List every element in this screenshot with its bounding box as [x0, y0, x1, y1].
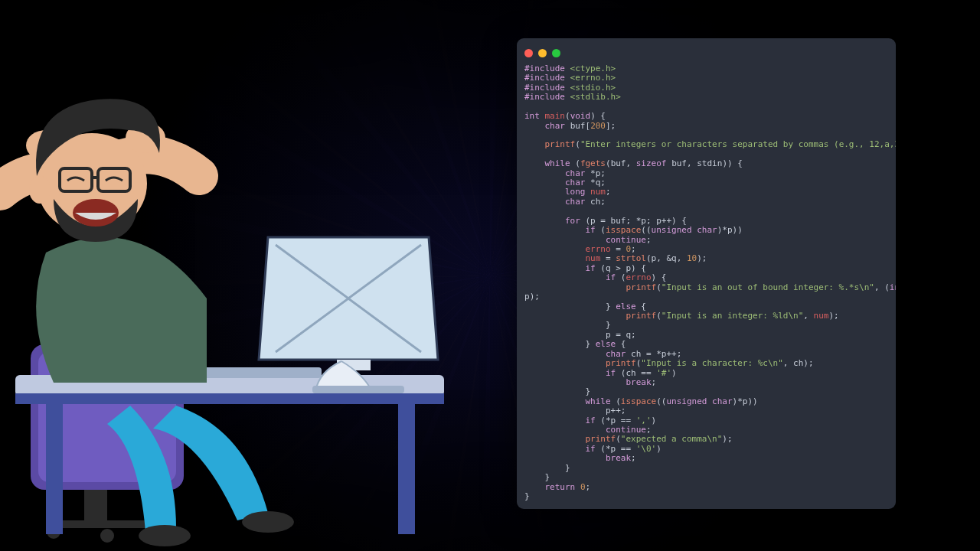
window-titlebar [517, 44, 896, 61]
programmer-illustration [0, 92, 490, 551]
code-editor: #include <ctype.h> #include <errno.h> #i… [517, 61, 896, 509]
svg-point-19 [29, 176, 51, 204]
svg-rect-8 [46, 404, 63, 534]
zoom-icon[interactable] [552, 49, 560, 57]
svg-rect-13 [312, 386, 404, 393]
svg-point-5 [100, 529, 114, 543]
close-icon[interactable] [524, 49, 533, 57]
minimize-icon[interactable] [538, 49, 547, 57]
code-window: #include <ctype.h> #include <errno.h> #i… [517, 38, 896, 509]
svg-rect-9 [398, 404, 415, 534]
svg-rect-7 [15, 393, 444, 404]
svg-point-16 [242, 511, 294, 533]
svg-rect-2 [84, 490, 107, 520]
svg-point-17 [139, 525, 191, 546]
